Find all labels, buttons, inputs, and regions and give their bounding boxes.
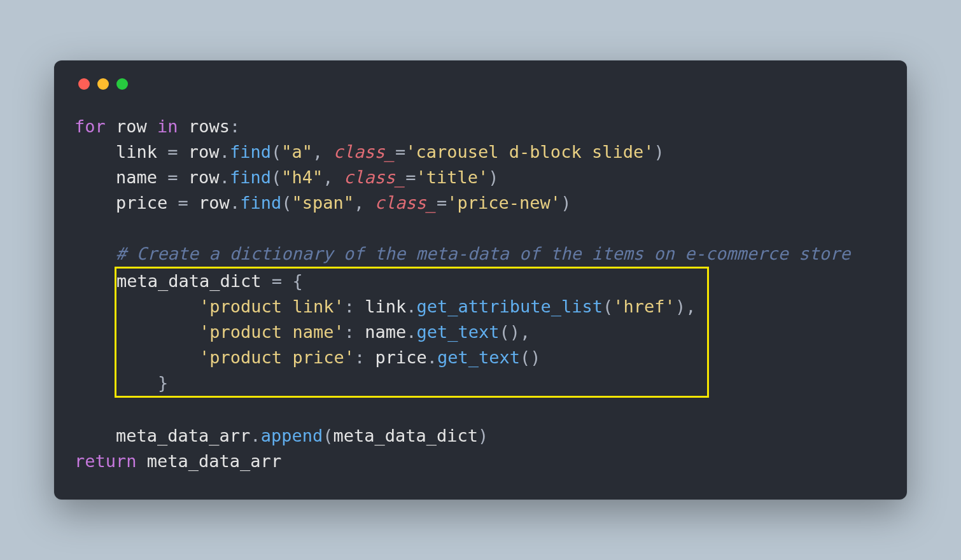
punct: , — [323, 167, 344, 187]
identifier: meta_data_dict — [333, 426, 478, 445]
punct: ) — [530, 347, 540, 367]
punct: , — [312, 142, 333, 162]
punct: . — [220, 167, 230, 187]
identifier: meta_data_arr — [147, 451, 281, 471]
minimize-icon[interactable] — [97, 78, 109, 90]
punct: ( — [271, 167, 281, 187]
method: find — [230, 142, 271, 162]
string: 'product price' — [199, 347, 354, 367]
punct: ( — [603, 297, 613, 316]
kwarg: class_ — [344, 167, 406, 187]
string: "span" — [291, 193, 354, 213]
identifier: name — [116, 167, 157, 187]
punct: . — [427, 347, 437, 367]
window-titlebar — [74, 78, 887, 90]
kwarg: class_ — [375, 193, 437, 213]
punct: = — [437, 193, 447, 213]
punct: : — [344, 297, 365, 316]
identifier: link — [365, 297, 406, 316]
punct: ), — [675, 297, 696, 316]
punct: . — [230, 193, 240, 213]
punct: . — [250, 426, 260, 445]
string: "a" — [281, 142, 312, 162]
punct: ), — [510, 322, 531, 342]
punct: } — [158, 373, 168, 393]
punct: ) — [478, 426, 488, 445]
method: find — [230, 167, 271, 187]
method: get_text — [437, 347, 520, 367]
punct: = — [167, 193, 199, 213]
close-icon[interactable] — [78, 78, 90, 90]
comment: # Create a dictionary of the meta-data o… — [116, 244, 850, 263]
code-block: for row in rows: link = row.find("a", cl… — [74, 114, 887, 473]
highlighted-region: meta_data_dict = { 'product link': link.… — [115, 267, 709, 398]
method: find — [240, 193, 281, 213]
keyword-in: in — [157, 116, 178, 136]
punct: . — [220, 142, 230, 162]
punct: = { — [262, 271, 303, 291]
punct: : — [344, 322, 365, 342]
string: 'carousel d-block slide' — [405, 142, 654, 162]
identifier: rows — [188, 116, 230, 136]
string: 'href' — [613, 297, 675, 316]
punct: ( — [281, 193, 291, 213]
identifier: row — [188, 142, 220, 162]
string: "h4" — [281, 167, 323, 187]
identifier: row — [199, 193, 230, 213]
string: 'price-new' — [447, 193, 561, 213]
space — [137, 451, 147, 471]
punct: = — [157, 142, 188, 162]
punct: ) — [488, 167, 498, 187]
method: append — [261, 426, 323, 445]
punct: = — [405, 167, 416, 187]
punct: ( — [500, 322, 510, 342]
punct: ) — [561, 193, 571, 213]
maximize-icon[interactable] — [116, 78, 128, 90]
identifier: link — [116, 142, 157, 162]
identifier: row — [116, 116, 147, 136]
punct: : — [230, 116, 240, 136]
punct: , — [354, 193, 375, 213]
punct: = — [395, 142, 405, 162]
method: get_text — [416, 322, 499, 342]
string: 'product name' — [199, 322, 344, 342]
keyword-return: return — [74, 451, 137, 471]
identifier: price — [375, 347, 426, 367]
identifier: meta_data_arr — [116, 426, 250, 445]
string: 'title' — [416, 167, 489, 187]
string: 'product link' — [199, 297, 344, 316]
punct: : — [354, 347, 375, 367]
punct: ( — [520, 347, 530, 367]
identifier: meta_data_dict — [116, 271, 262, 291]
punct: ) — [654, 142, 664, 162]
kwarg: class_ — [333, 142, 395, 162]
punct: = — [157, 167, 188, 187]
punct: . — [406, 297, 416, 316]
punct: ( — [323, 426, 333, 445]
keyword-for: for — [74, 116, 106, 136]
punct: . — [406, 322, 416, 342]
method: get_attribute_list — [416, 297, 603, 316]
identifier: name — [365, 322, 406, 342]
code-window: for row in rows: link = row.find("a", cl… — [54, 60, 907, 499]
identifier: price — [116, 193, 167, 213]
punct: ( — [271, 142, 281, 162]
identifier: row — [188, 167, 220, 187]
